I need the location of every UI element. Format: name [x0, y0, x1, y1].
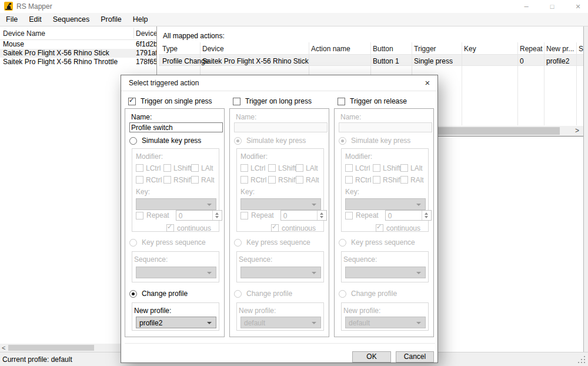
change-profile-radio[interactable]: [234, 290, 242, 298]
trigger-checkbox[interactable]: ✓: [338, 98, 345, 105]
continuous-checkbox[interactable]: ✓: [376, 224, 383, 232]
simulate-key-press-radio[interactable]: [129, 137, 137, 145]
row-divider: [159, 65, 583, 66]
key-combobox[interactable]: [240, 198, 321, 210]
repeat-checkbox[interactable]: ✓: [240, 212, 248, 219]
trigger-groupbox: Name: Simulate key press Modifier: ✓LCtr…: [229, 108, 329, 337]
modifier-ralt-checkbox[interactable]: ✓: [400, 176, 408, 184]
new-profile-combobox[interactable]: profile2: [136, 317, 216, 328]
key-press-groupbox: Modifier: ✓LCtrl✓LShift✓LAlt ✓RCtrl✓RShi…: [341, 148, 429, 232]
simulate-key-press-radio[interactable]: [339, 137, 346, 145]
actions-column-header-button[interactable]: Button: [373, 45, 393, 53]
modifier-lshift-label: LShift: [383, 164, 401, 172]
modifier-lalt-checkbox[interactable]: ✓: [296, 164, 303, 172]
modifier-lshift-checkbox[interactable]: ✓: [373, 164, 380, 172]
actions-column-header-action-name[interactable]: Action name: [311, 45, 350, 53]
menu-item-edit[interactable]: Edit: [29, 15, 42, 24]
close-button[interactable]: ×: [568, 0, 588, 13]
minimize-button[interactable]: –: [516, 0, 536, 13]
action-name-input[interactable]: [234, 122, 328, 132]
modifier-rshift-checkbox[interactable]: ✓: [373, 176, 380, 184]
app-joystick-icon: [4, 2, 13, 11]
device-row[interactable]: Mouse6f1d2b6: [0, 40, 157, 49]
new-profile-combobox[interactable]: default: [345, 317, 426, 328]
modifier-lshift-checkbox[interactable]: ✓: [163, 164, 171, 172]
device-row[interactable]: Saitek Pro Flight X-56 Rhino Stick1791af…: [0, 49, 157, 58]
cancel-button[interactable]: Cancel: [396, 351, 434, 362]
repeat-spinner[interactable]: 0: [385, 210, 432, 221]
modifier-ralt-label: RAlt: [306, 176, 319, 184]
spinner-down-icon[interactable]: [320, 216, 323, 218]
change-profile-radio[interactable]: [129, 290, 137, 298]
repeat-spinner[interactable]: 0: [176, 210, 222, 221]
modifier-rctrl-checkbox[interactable]: ✓: [136, 176, 143, 184]
modifier-rshift-checkbox[interactable]: ✓: [268, 176, 276, 184]
repeat-checkbox[interactable]: ✓: [345, 212, 353, 219]
menu-item-profile[interactable]: Profile: [101, 15, 121, 24]
actions-column-header-key[interactable]: Key: [464, 45, 476, 53]
spinner-down-icon[interactable]: [425, 216, 428, 218]
menu-item-sequences[interactable]: Sequences: [53, 15, 90, 24]
continuous-checkbox[interactable]: ✓: [271, 224, 279, 232]
modifier-lctrl-checkbox[interactable]: ✓: [136, 164, 143, 172]
modifier-lalt-checkbox[interactable]: ✓: [400, 164, 408, 172]
name-label: Name:: [236, 113, 256, 121]
ok-button[interactable]: OK: [352, 351, 391, 362]
continuous-checkbox[interactable]: ✓: [166, 224, 174, 232]
modifier-rctrl-checkbox[interactable]: ✓: [240, 176, 248, 184]
key-combobox[interactable]: [136, 198, 216, 210]
actions-column-header-trigger[interactable]: Trigger: [414, 45, 436, 53]
sequence-combobox[interactable]: [136, 267, 216, 278]
simulate-key-press-label: Simulate key press: [142, 137, 201, 145]
spinner-up-icon[interactable]: [215, 212, 219, 215]
actions-column-header-type[interactable]: Type: [162, 45, 178, 53]
device-row[interactable]: Saitek Pro Flight X-56 Rhino Throttle178…: [0, 58, 157, 66]
column-divider: [544, 42, 544, 125]
key-press-sequence-radio[interactable]: [129, 239, 137, 247]
menu-item-help[interactable]: Help: [133, 15, 148, 24]
key-combobox[interactable]: [345, 198, 426, 210]
repeat-checkbox[interactable]: ✓: [136, 212, 143, 219]
continuous-label: continuous: [386, 224, 420, 232]
spinner-up-icon[interactable]: [320, 212, 323, 215]
device-id-column-header[interactable]: Device: [136, 29, 157, 38]
spinner-down-icon[interactable]: [215, 216, 219, 218]
action-name-input[interactable]: [339, 122, 432, 132]
modifier-lctrl-checkbox[interactable]: ✓: [345, 164, 353, 172]
spinner-up-icon[interactable]: [425, 212, 428, 215]
device-name-column-header[interactable]: Device Name: [3, 29, 45, 38]
action-name-input[interactable]: [129, 122, 223, 132]
modifier-ralt-checkbox[interactable]: ✓: [296, 176, 303, 184]
new-profile-combobox[interactable]: default: [240, 317, 321, 328]
trigger-checkbox[interactable]: ✓: [233, 98, 240, 105]
modifier-lshift-checkbox[interactable]: ✓: [268, 164, 276, 172]
key-press-sequence-radio[interactable]: [339, 239, 346, 247]
actions-column-header-new-pr-[interactable]: New pr...: [546, 45, 574, 53]
scroll-left-arrow-icon[interactable]: <: [2, 344, 5, 352]
modifier-lalt-checkbox[interactable]: ✓: [191, 164, 199, 172]
scrollbar-thumb[interactable]: [8, 345, 94, 351]
modifier-rctrl-checkbox[interactable]: ✓: [345, 176, 353, 184]
modifier-lctrl-checkbox[interactable]: ✓: [240, 164, 248, 172]
menu-item-file[interactable]: File: [6, 15, 18, 24]
sequence-combobox[interactable]: [240, 267, 321, 278]
modifier-rshift-checkbox[interactable]: ✓: [163, 176, 171, 184]
modifier-lshift-label: LShift: [173, 164, 192, 172]
modifier-ralt-checkbox[interactable]: ✓: [191, 176, 199, 184]
trigger-checkbox[interactable]: ✓: [128, 98, 136, 105]
scroll-right-arrow-icon[interactable]: >: [575, 127, 579, 135]
modifier-lctrl: ✓LCtrl: [345, 164, 368, 172]
sequence-label: Sequence:: [239, 255, 272, 264]
change-profile-radio[interactable]: [339, 290, 346, 298]
repeat-spinner[interactable]: 0: [280, 210, 327, 221]
modifier-lalt-label: LAlt: [306, 164, 318, 172]
sequence-combobox[interactable]: [345, 267, 426, 278]
resize-grip[interactable]: [584, 362, 585, 363]
simulate-key-press-radio[interactable]: [234, 137, 242, 145]
key-press-sequence-radio[interactable]: [234, 239, 242, 247]
modifier-rshift: ✓RShift: [373, 176, 395, 184]
actions-column-header-device[interactable]: Device: [202, 45, 224, 53]
action-cell: Saitek Pro Flight X-56 Rhino Stick: [202, 57, 309, 65]
maximize-button[interactable]: □: [542, 0, 562, 13]
actions-column-header-repeat[interactable]: Repeat: [520, 45, 543, 53]
